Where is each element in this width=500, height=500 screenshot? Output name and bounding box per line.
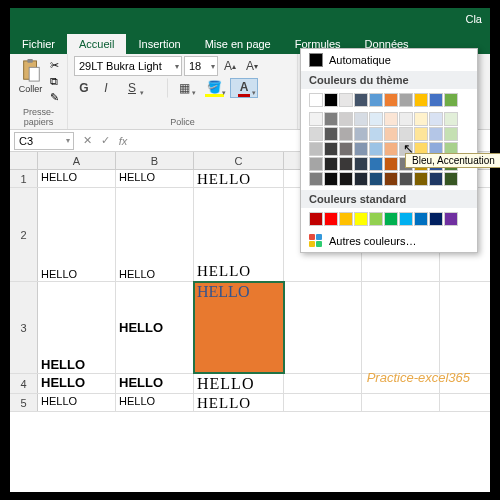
paste-button[interactable]: Coller bbox=[16, 58, 45, 102]
theme-swatch[interactable] bbox=[444, 127, 458, 141]
cell-c4[interactable]: HELLO bbox=[194, 374, 284, 393]
standard-swatch[interactable] bbox=[309, 212, 323, 226]
cell-c1[interactable]: HELLO bbox=[194, 170, 284, 187]
cell-d5[interactable] bbox=[284, 394, 362, 411]
theme-swatch[interactable] bbox=[354, 142, 368, 156]
theme-swatch[interactable] bbox=[339, 127, 353, 141]
theme-swatch[interactable] bbox=[309, 142, 323, 156]
theme-swatch[interactable] bbox=[339, 93, 353, 107]
theme-swatch[interactable] bbox=[324, 157, 338, 171]
theme-swatch[interactable] bbox=[399, 93, 413, 107]
tab-layout[interactable]: Mise en page bbox=[193, 34, 283, 54]
cell-a2[interactable]: HELLO bbox=[38, 188, 116, 281]
cell-b3[interactable]: HELLO bbox=[116, 282, 194, 373]
standard-swatch[interactable] bbox=[414, 212, 428, 226]
standard-swatch[interactable] bbox=[339, 212, 353, 226]
theme-swatch[interactable] bbox=[339, 157, 353, 171]
theme-swatch[interactable] bbox=[444, 172, 458, 186]
cell-b1[interactable]: HELLO bbox=[116, 170, 194, 187]
cell-a4[interactable]: HELLO bbox=[38, 374, 116, 393]
format-painter-button[interactable]: ✎ bbox=[47, 90, 61, 104]
cell-c3[interactable]: HELLO bbox=[194, 282, 284, 373]
select-all-corner[interactable] bbox=[10, 152, 38, 169]
theme-swatch[interactable] bbox=[369, 127, 383, 141]
theme-swatch[interactable] bbox=[369, 112, 383, 126]
cell-b4[interactable]: HELLO bbox=[116, 374, 194, 393]
theme-swatch[interactable] bbox=[414, 112, 428, 126]
theme-swatch[interactable] bbox=[429, 127, 443, 141]
tab-file[interactable]: Fichier bbox=[10, 34, 67, 54]
theme-swatch[interactable] bbox=[354, 157, 368, 171]
standard-swatch[interactable] bbox=[399, 212, 413, 226]
theme-swatch[interactable] bbox=[309, 157, 323, 171]
theme-swatch[interactable] bbox=[414, 127, 428, 141]
theme-swatch[interactable] bbox=[384, 127, 398, 141]
theme-swatch[interactable] bbox=[444, 112, 458, 126]
name-box[interactable]: C3 bbox=[14, 132, 74, 150]
standard-swatch[interactable] bbox=[384, 212, 398, 226]
italic-button[interactable]: I bbox=[96, 78, 116, 98]
theme-swatch[interactable] bbox=[309, 172, 323, 186]
increase-font-button[interactable]: A▴ bbox=[220, 56, 240, 76]
theme-swatch[interactable] bbox=[384, 142, 398, 156]
fill-color-button[interactable]: 🪣▾ bbox=[200, 78, 228, 98]
theme-swatch[interactable] bbox=[339, 172, 353, 186]
theme-swatch[interactable] bbox=[354, 93, 368, 107]
bold-button[interactable]: G bbox=[74, 78, 94, 98]
cell-c2[interactable]: HELLO bbox=[194, 188, 284, 281]
theme-swatch[interactable] bbox=[309, 112, 323, 126]
theme-swatch[interactable] bbox=[414, 93, 428, 107]
font-name-combo[interactable]: 29LT Bukra Light bbox=[74, 56, 182, 76]
accept-formula-button[interactable]: ✓ bbox=[96, 134, 114, 147]
theme-swatch[interactable] bbox=[354, 112, 368, 126]
fx-button[interactable]: fx bbox=[114, 135, 132, 147]
borders-button[interactable]: ▦▾ bbox=[170, 78, 198, 98]
standard-swatch[interactable] bbox=[429, 212, 443, 226]
theme-swatch[interactable] bbox=[429, 112, 443, 126]
more-colors-item[interactable]: Autres couleurs… bbox=[301, 230, 477, 252]
row-header-2[interactable]: 2 bbox=[10, 188, 38, 281]
theme-swatch[interactable] bbox=[309, 127, 323, 141]
standard-swatch[interactable] bbox=[444, 212, 458, 226]
row-header-3[interactable]: 3 bbox=[10, 282, 38, 373]
theme-swatch[interactable] bbox=[354, 127, 368, 141]
theme-swatch[interactable] bbox=[384, 93, 398, 107]
cell-a5[interactable]: HELLO bbox=[38, 394, 116, 411]
theme-swatch[interactable] bbox=[399, 172, 413, 186]
col-header-a[interactable]: A bbox=[38, 152, 116, 169]
theme-swatch[interactable] bbox=[339, 112, 353, 126]
theme-swatch[interactable] bbox=[309, 93, 323, 107]
theme-swatch[interactable] bbox=[444, 93, 458, 107]
cell-d4[interactable] bbox=[284, 374, 362, 393]
cell-e5[interactable] bbox=[362, 394, 440, 411]
theme-swatch[interactable] bbox=[369, 142, 383, 156]
theme-swatch[interactable] bbox=[414, 172, 428, 186]
cell-a3[interactable]: HELLO bbox=[38, 282, 116, 373]
col-header-b[interactable]: B bbox=[116, 152, 194, 169]
font-size-combo[interactable]: 18 bbox=[184, 56, 218, 76]
theme-swatch[interactable] bbox=[429, 93, 443, 107]
row-header-4[interactable]: 4 bbox=[10, 374, 38, 393]
theme-swatch[interactable] bbox=[429, 172, 443, 186]
theme-swatch[interactable] bbox=[324, 127, 338, 141]
automatic-color-item[interactable]: Automatique bbox=[301, 49, 477, 71]
theme-swatch[interactable] bbox=[384, 157, 398, 171]
cell-e3[interactable] bbox=[362, 282, 440, 373]
theme-swatch[interactable] bbox=[324, 112, 338, 126]
copy-button[interactable]: ⧉ bbox=[47, 74, 61, 88]
theme-swatch[interactable] bbox=[369, 93, 383, 107]
standard-swatch[interactable] bbox=[324, 212, 338, 226]
font-color-button[interactable]: A▾ bbox=[230, 78, 258, 98]
cell-b5[interactable]: HELLO bbox=[116, 394, 194, 411]
cancel-formula-button[interactable]: ✕ bbox=[78, 134, 96, 147]
cut-button[interactable]: ✂ bbox=[47, 58, 61, 72]
theme-swatch[interactable] bbox=[339, 142, 353, 156]
theme-swatch[interactable] bbox=[399, 112, 413, 126]
standard-swatch[interactable] bbox=[354, 212, 368, 226]
theme-swatch[interactable] bbox=[324, 93, 338, 107]
row-header-1[interactable]: 1 bbox=[10, 170, 38, 187]
row-header-5[interactable]: 5 bbox=[10, 394, 38, 411]
col-header-c[interactable]: C bbox=[194, 152, 284, 169]
standard-swatch[interactable] bbox=[369, 212, 383, 226]
tab-insert[interactable]: Insertion bbox=[126, 34, 192, 54]
